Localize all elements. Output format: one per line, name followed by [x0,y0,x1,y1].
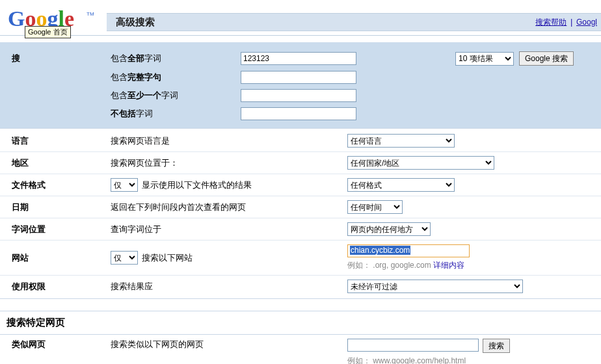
site-input[interactable]: chian.cycbiz.com [347,244,470,257]
opt-region-desc: 搜索网页位置于： [111,157,347,169]
site-only-select[interactable]: 仅 [111,251,138,265]
page-title: 高级搜索 [116,16,155,29]
opt-date-desc: 返回在下列时间段内首次查看的网页 [111,202,347,213]
query-panel: 搜 包含全部字词 10 项结果 Google 搜索 包含完整字句 包含至少一个字… [0,42,601,128]
svg-text:TM: TM [87,11,94,17]
search-button[interactable]: Google 搜索 [519,51,574,66]
similar-hint: 例如： www.google.com/help.html [347,356,601,364]
opt-usage-desc: 搜索结果应 [111,281,347,292]
exact-phrase-input[interactable] [241,71,356,84]
options-panel: 语言 搜索网页语言是 任何语言 地区 搜索网页位置于： 任何国家/地区 文件格式… [0,128,601,299]
opt-lang-label: 语言 [7,135,111,147]
date-select[interactable]: 任何时间 [347,200,403,214]
opt-lang-desc: 搜索网页语言是 [111,135,347,147]
format-select[interactable]: 任何格式 [347,178,455,192]
logo[interactable]: Google TM Google 首页 [0,0,107,35]
logo-tooltip: Google 首页 [25,26,71,38]
site-detail-link[interactable]: 详细内容 [433,261,464,270]
opt-where-label: 字词位置 [7,224,111,235]
opt-site-label: 网站 [7,252,111,264]
opt-usage-label: 使用权限 [7,281,111,292]
none-words-input[interactable] [241,107,356,120]
opt-site-desc: 仅 搜索以下网站 [111,251,347,265]
all-words-input[interactable] [241,52,356,65]
language-select[interactable]: 任何语言 [347,134,455,148]
section-specific-title: 搜索特定网页 [0,311,601,335]
similar-desc: 搜索类似以下网页的网页 [111,339,347,350]
any-words-label: 包含至少一个字词 [111,90,241,101]
site-hint: 例如： .org, google.com 详细内容 [347,260,601,271]
opt-date-label: 日期 [7,202,111,213]
region-select[interactable]: 任何国家/地区 [347,156,494,170]
similar-label: 类似网页 [7,339,111,350]
results-count-select[interactable]: 10 项结果 [455,52,514,66]
opt-format-desc: 仅 显示使用以下文件格式的结果 [111,178,347,192]
any-words-input[interactable] [241,89,356,102]
header: Google TM Google 首页 高级搜索 搜索帮助 | Googl [0,0,601,36]
format-only-select[interactable]: 仅 [111,178,138,192]
opt-region-label: 地区 [7,157,111,169]
usage-select[interactable]: 未经许可过滤 [347,280,523,293]
header-links: 搜索帮助 | Googl [535,17,597,28]
google-link[interactable]: Googl [576,18,597,27]
exact-phrase-label: 包含完整字句 [111,72,241,83]
none-words-label: 不包括字词 [111,108,241,120]
opt-where-desc: 查询字词位于 [111,224,347,235]
occurrence-select[interactable]: 网页内的任何地方 [347,222,431,236]
opt-format-label: 文件格式 [7,179,111,191]
results-side-label: 搜 [7,53,111,64]
help-link[interactable]: 搜索帮助 [535,18,567,27]
all-words-label: 包含全部字词 [111,53,241,64]
similar-input[interactable] [347,339,479,352]
title-bar: 高级搜索 搜索帮助 | Googl [107,13,601,31]
similar-search-button[interactable]: 搜索 [483,339,510,353]
specific-panel: 类似网页 搜索类似以下网页的网页 搜索 例如： www.google.com/h… [0,335,601,364]
